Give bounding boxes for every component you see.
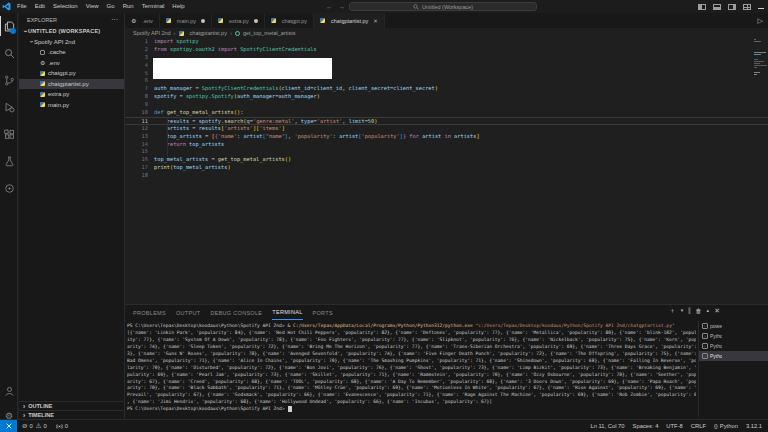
- run-and-debug-icon[interactable]: [0, 97, 18, 117]
- terminal-instance-powershell[interactable]: ›powershell: [699, 321, 768, 331]
- menu-view[interactable]: View: [82, 0, 103, 13]
- line-number: 14: [125, 141, 148, 149]
- error-icon: ⊘: [22, 423, 27, 430]
- indent-guide: [167, 117, 168, 157]
- remote-indicator[interactable]: [0, 420, 17, 432]
- code-line-1: 1import spotipy: [125, 38, 768, 46]
- close-panel-icon[interactable]: ✕: [714, 307, 720, 314]
- source-control-icon[interactable]: [0, 70, 18, 90]
- sidebar-bottom-sections: ›OUTLINE›TIMELINE: [19, 401, 124, 419]
- python-icon: [40, 92, 45, 97]
- minimize-icon[interactable]: [758, 8, 764, 9]
- terminal-output-line-1: [{'name': 'Linkin Park', 'popularity': 8…: [127, 330, 696, 337]
- panel-tab-problems[interactable]: PROBLEMS: [133, 305, 166, 320]
- menu-selection[interactable]: Selection: [49, 0, 82, 13]
- status-crlf[interactable]: CRLF: [691, 423, 706, 429]
- breadcrumb-item[interactable]: get_top_metal_artists: [243, 30, 296, 36]
- ports-indicator[interactable]: 0: [56, 423, 68, 430]
- tab-main.py[interactable]: main.py: [160, 13, 212, 28]
- tab-.env[interactable]: ⚙.env: [125, 13, 160, 28]
- problems-errors[interactable]: ⊘0: [22, 423, 33, 430]
- chevron-down-icon: ›: [22, 28, 29, 34]
- close-icon[interactable]: ✕: [373, 18, 378, 24]
- testing-icon[interactable]: [0, 151, 18, 171]
- file-.env[interactable]: ⚙.env: [19, 58, 124, 69]
- panel-tab-output[interactable]: OUTPUT: [176, 305, 200, 320]
- warning-icon: ⚠: [36, 423, 42, 430]
- menu-terminal[interactable]: Terminal: [138, 0, 169, 13]
- panel-tab-ports[interactable]: PORTS: [313, 305, 333, 320]
- terminal-instance-python[interactable]: ›Python: [699, 331, 768, 341]
- panel-tab-debug-console[interactable]: DEBUG CONSOLE: [210, 305, 262, 320]
- run-python-file-icon[interactable]: ▷: [758, 17, 763, 24]
- bottom-panel: PROBLEMSOUTPUTDEBUG CONSOLETERMINALPORTS…: [125, 304, 768, 419]
- menu-file[interactable]: File: [13, 0, 31, 13]
- vscode-logo-icon: [0, 2, 13, 11]
- terminal-icon: ›: [702, 343, 708, 349]
- toggle-primary-sidebar-icon[interactable]: [698, 4, 706, 10]
- breadcrumb-item[interactable]: chatgptartist.py: [190, 30, 227, 36]
- workspace-root-row[interactable]: › UNTITLED (WORKSPACE): [19, 26, 124, 37]
- line-number: 5: [125, 70, 148, 78]
- section-timeline[interactable]: ›TIMELINE: [19, 410, 124, 419]
- tab-chatgpt.py[interactable]: chatgpt.py: [265, 13, 314, 28]
- code-editor[interactable]: 1import spotipy2from spotipy.oauth2 impo…: [125, 38, 768, 304]
- toggle-secondary-sidebar-icon[interactable]: [728, 4, 736, 10]
- menu-help[interactable]: Help: [168, 0, 188, 13]
- customize-layout-icon[interactable]: [743, 4, 751, 10]
- nav-forward-icon[interactable]: →: [338, 3, 345, 10]
- problems-warnings[interactable]: ⚠0: [36, 423, 47, 430]
- line-number: 9: [125, 101, 148, 109]
- gear-icon: ⚙: [40, 60, 45, 66]
- kill-terminal-icon[interactable]: 🗑: [696, 308, 702, 314]
- maximize-panel-icon[interactable]: ▴: [707, 308, 710, 313]
- explorer-more-actions-icon[interactable]: ⋯: [111, 16, 118, 24]
- status-ln-11-col-70[interactable]: Ln 11, Col 70: [591, 423, 625, 429]
- editor-tab-strip: ⚙.envmain.pyextra.pychatgpt.pychatgptart…: [125, 13, 768, 28]
- file-.cache[interactable]: .cache: [19, 47, 124, 58]
- new-terminal-icon[interactable]: ＋: [669, 307, 676, 314]
- status-python[interactable]: {}Python: [714, 423, 738, 429]
- terminal-instance-python[interactable]: ›Python: [699, 341, 768, 351]
- extensions-icon[interactable]: [0, 124, 18, 144]
- folder-row[interactable]: › Spotify API 2nd: [19, 37, 124, 48]
- file-main.py[interactable]: main.py: [19, 100, 124, 111]
- command-center-search[interactable]: Untitled (Workspace): [349, 2, 537, 11]
- code-line-10: 10def get_top_metal_artists():: [125, 109, 768, 117]
- file-chatgpt.py[interactable]: chatgpt.py: [19, 68, 124, 79]
- status-spaces-4[interactable]: Spaces: 4: [633, 423, 659, 429]
- accounts-icon[interactable]: [0, 381, 18, 401]
- terminal-command-line: PS C:\Users\Tepas\Desktop\koodaus\Python…: [127, 323, 696, 330]
- file-extra.py[interactable]: extra.py: [19, 89, 124, 100]
- terminal-instance-python[interactable]: ›Python: [699, 351, 768, 361]
- remote-icon: [5, 422, 13, 430]
- minimap[interactable]: [754, 39, 767, 78]
- split-terminal-icon[interactable]: ⫿: [688, 307, 690, 314]
- terminal-output-line-3: arity': 74}, {'name': 'Sleep Token', 'po…: [127, 344, 696, 351]
- launch-profile-chevron-icon[interactable]: ▾: [681, 308, 684, 313]
- python-icon: [40, 102, 45, 107]
- section-outline[interactable]: ›OUTLINE: [19, 401, 124, 410]
- tab-extra.py[interactable]: extra.py: [212, 13, 265, 28]
- terminal-output-line-9: arity': 70}, {'name': 'Black Sabbath', '…: [127, 385, 696, 392]
- file-chatgptartist.py[interactable]: chatgptartist.py: [19, 79, 124, 90]
- menu-run[interactable]: Run: [119, 0, 138, 13]
- badge: [10, 28, 16, 34]
- line-number: 16: [125, 156, 148, 164]
- terminal-output[interactable]: PS C:\Users\Tepas\Desktop\koodaus\Python…: [127, 323, 696, 419]
- toggle-panel-icon[interactable]: [713, 4, 721, 10]
- python-extension-icon[interactable]: [0, 178, 18, 198]
- search-icon[interactable]: [0, 43, 18, 63]
- tab-chatgptartist.py[interactable]: chatgptartist.py✕: [314, 13, 385, 28]
- vscode-window: { "title_bar": { "menus": ["File","Edit"…: [0, 0, 768, 432]
- status-3.12.1[interactable]: 3.12.1: [746, 423, 762, 429]
- explorer-icon[interactable]: [0, 16, 18, 36]
- nav-back-icon[interactable]: ←: [326, 3, 333, 10]
- line-number: 6: [125, 77, 148, 85]
- breadcrumb-item[interactable]: Spotify API 2nd: [133, 30, 171, 36]
- menu-edit[interactable]: Edit: [31, 0, 49, 13]
- terminal-actions: ＋ ▾ ⫿ 🗑 ▴ ✕: [669, 307, 720, 314]
- status-utf-8[interactable]: UTF-8: [666, 423, 682, 429]
- panel-tab-terminal[interactable]: TERMINAL: [272, 305, 302, 320]
- menu-go[interactable]: Go: [103, 0, 119, 13]
